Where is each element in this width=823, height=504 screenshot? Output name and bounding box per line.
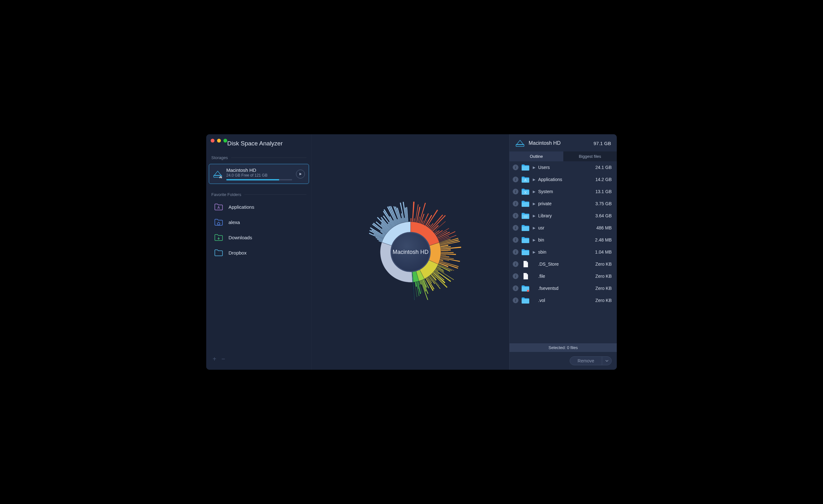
info-icon[interactable]: i: [513, 213, 518, 218]
favorite-item-downloads[interactable]: Downloads: [209, 230, 309, 245]
applications-icon: A: [521, 176, 530, 183]
file-row[interactable]: i .vol Zero KB: [509, 294, 617, 306]
disclosure-triangle-icon[interactable]: ▶: [532, 226, 536, 230]
disclosure-triangle-icon[interactable]: ▶: [532, 190, 536, 194]
minimize-icon[interactable]: [217, 139, 221, 143]
favorite-item-alexa[interactable]: alexa: [209, 215, 309, 229]
disclosure-triangle-icon[interactable]: ▶: [532, 202, 536, 206]
file-row[interactable]: i ▶ Users 24.1 GB: [509, 161, 617, 173]
info-icon[interactable]: i: [513, 273, 518, 279]
applications-icon: A: [214, 203, 223, 211]
add-favorite-button[interactable]: +: [212, 355, 216, 363]
folder-icon: [521, 200, 530, 207]
info-icon[interactable]: i: [513, 249, 518, 255]
file-name: Users: [538, 165, 593, 170]
file-row[interactable]: i ▶ usr 486 MB: [509, 222, 617, 234]
info-icon[interactable]: i: [513, 189, 518, 194]
file-name: Library: [538, 213, 593, 218]
remove-button[interactable]: Remove: [570, 356, 612, 365]
svg-point-7: [527, 290, 529, 292]
file-row[interactable]: i .fseventsd Zero KB: [509, 282, 617, 294]
section-storages-label: Storages: [211, 155, 228, 160]
file-size: 14.2 GB: [596, 177, 612, 182]
file-icon: [521, 260, 530, 268]
file-row[interactable]: i ▶ private 3.75 GB: [509, 198, 617, 210]
info-icon[interactable]: i: [513, 237, 518, 243]
section-storages: Storages: [206, 150, 312, 162]
file-name: bin: [538, 237, 593, 242]
file-size: 486 MB: [597, 225, 612, 230]
selection-status: Selected: 0 files: [509, 343, 617, 352]
file-row[interactable]: i A ▶ Applications 14.2 GB: [509, 173, 617, 185]
storage-subtitle: 24.0 GB Free of 121 GB: [226, 173, 292, 178]
file-size: 3.64 GB: [596, 213, 612, 218]
folder-icon: [521, 224, 530, 232]
file-name: .fseventsd: [538, 286, 593, 291]
info-icon[interactable]: i: [513, 177, 518, 182]
file-name: usr: [538, 225, 594, 230]
system-icon: [521, 188, 530, 195]
folder-icon: [521, 297, 530, 304]
downloads-icon: [214, 233, 223, 241]
info-icon[interactable]: i: [513, 298, 518, 303]
favorite-item-dropbox[interactable]: Dropbox: [209, 245, 309, 260]
file-list[interactable]: i ▶ Users 24.1 GB i A ▶ Applications 14.…: [509, 161, 617, 343]
folder-icon: [521, 164, 530, 171]
folder-icon: [521, 236, 530, 244]
storage-usage-bar: [226, 179, 292, 180]
remove-dropdown-button[interactable]: [602, 357, 611, 365]
rescan-button[interactable]: [296, 170, 305, 178]
zoom-icon[interactable]: [223, 139, 227, 143]
file-name: .DS_Store: [538, 262, 593, 267]
disk-icon: [213, 170, 222, 178]
file-size: Zero KB: [596, 286, 612, 291]
file-row[interactable]: i ▶ sbin 1.04 MB: [509, 246, 617, 258]
info-icon[interactable]: i: [513, 165, 518, 170]
file-size: Zero KB: [596, 298, 612, 303]
right-title: Macintosh HD: [529, 140, 590, 146]
file-row[interactable]: i ▶ bin 2.48 MB: [509, 234, 617, 246]
remove-favorite-button[interactable]: −: [221, 355, 225, 363]
storage-item-macintosh-hd[interactable]: Macintosh HD 24.0 GB Free of 121 GB: [209, 164, 309, 184]
disclosure-triangle-icon[interactable]: ▶: [532, 250, 536, 254]
disclosure-triangle-icon[interactable]: ▶: [532, 178, 536, 182]
right-size: 97.1 GB: [594, 141, 611, 146]
favorite-item-applications[interactable]: A Applications: [209, 199, 309, 214]
remove-button-label: Remove: [570, 357, 602, 365]
storage-name: Macintosh HD: [226, 167, 292, 173]
file-name: .vol: [538, 298, 593, 303]
file-name: .file: [538, 274, 593, 279]
disclosure-triangle-icon[interactable]: ▶: [532, 214, 536, 218]
info-icon[interactable]: i: [513, 261, 518, 267]
library-icon: [521, 212, 530, 219]
right-panel: Macintosh HD 97.1 GB Outline Biggest fil…: [509, 134, 617, 370]
file-size: 13.1 GB: [596, 189, 612, 194]
disclosure-triangle-icon[interactable]: ▶: [532, 238, 536, 242]
file-name: System: [538, 189, 593, 194]
tab-biggest-files[interactable]: Biggest files: [563, 151, 617, 161]
disclosure-triangle-icon[interactable]: ▶: [532, 165, 536, 170]
file-size: 3.75 GB: [596, 201, 612, 206]
file-row[interactable]: i ▶ Library 3.64 GB: [509, 210, 617, 222]
window-controls: [211, 139, 227, 143]
right-header: Macintosh HD 97.1 GB: [509, 134, 617, 151]
file-size: Zero KB: [596, 262, 612, 267]
file-icon: [521, 272, 530, 280]
favorite-label: Dropbox: [228, 250, 246, 256]
favorite-label: Downloads: [228, 235, 252, 240]
file-name: Applications: [538, 177, 593, 182]
file-size: 1.04 MB: [595, 249, 612, 255]
file-size: 24.1 GB: [596, 165, 612, 170]
disk-icon: [515, 139, 525, 148]
file-row[interactable]: i .DS_Store Zero KB: [509, 258, 617, 270]
sunburst-chart[interactable]: Macintosh HD: [344, 185, 477, 319]
folder-icon: [521, 248, 530, 256]
close-icon[interactable]: [211, 139, 214, 143]
file-row[interactable]: i .file Zero KB: [509, 270, 617, 282]
info-icon[interactable]: i: [513, 201, 518, 206]
file-row[interactable]: i ▶ System 13.1 GB: [509, 185, 617, 198]
tab-outline[interactable]: Outline: [509, 151, 563, 161]
info-icon[interactable]: i: [513, 286, 518, 291]
folder-icon: [214, 248, 223, 257]
info-icon[interactable]: i: [513, 225, 518, 231]
